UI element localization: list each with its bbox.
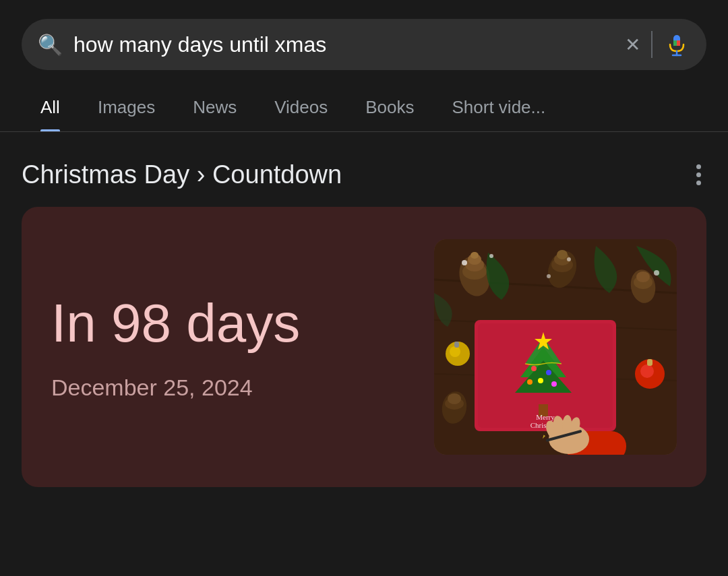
- dot-2: [696, 172, 701, 177]
- svg-point-51: [448, 393, 461, 404]
- svg-point-53: [640, 364, 654, 378]
- search-divider: [651, 31, 653, 58]
- countdown-text: In 98 days December 25, 2024: [51, 294, 434, 401]
- dot-3: [696, 181, 701, 185]
- svg-rect-54: [647, 359, 653, 366]
- svg-point-22: [462, 260, 467, 265]
- more-options-button[interactable]: [691, 159, 706, 191]
- tab-all[interactable]: All: [22, 84, 79, 131]
- search-input[interactable]: [73, 32, 614, 57]
- countdown-card: In 98 days December 25, 2024: [22, 207, 706, 487]
- svg-rect-57: [454, 342, 459, 348]
- tab-short-videos[interactable]: Short vide...: [433, 84, 564, 131]
- svg-point-36: [538, 378, 543, 383]
- mic-icon[interactable]: [663, 31, 690, 58]
- svg-rect-3: [677, 40, 680, 46]
- search-bar: 🔍 ✕: [22, 19, 706, 70]
- tab-news[interactable]: News: [174, 84, 255, 131]
- dot-1: [696, 164, 701, 169]
- tab-videos[interactable]: Videos: [255, 84, 346, 131]
- christmas-image: Merry Christmas: [434, 239, 677, 455]
- svg-text:Merry: Merry: [536, 413, 555, 421]
- svg-point-35: [546, 370, 551, 375]
- svg-point-25: [654, 270, 659, 276]
- svg-rect-2: [673, 40, 677, 46]
- svg-point-24: [567, 257, 571, 261]
- svg-point-34: [531, 366, 537, 371]
- result-breadcrumb[interactable]: Christmas Day › Countdown: [22, 160, 342, 189]
- svg-point-26: [547, 274, 551, 278]
- svg-point-14: [471, 252, 479, 259]
- result-section: Christmas Day › Countdown In 98 days Dec…: [0, 132, 728, 501]
- svg-point-37: [551, 381, 557, 387]
- search-icon: 🔍: [38, 33, 63, 57]
- svg-point-23: [489, 254, 493, 258]
- countdown-date: December 25, 2024: [51, 375, 407, 401]
- result-header: Christmas Day › Countdown: [22, 159, 706, 191]
- svg-point-38: [527, 379, 533, 385]
- tabs-container: All Images News Videos Books Short vide.…: [0, 84, 728, 132]
- tab-books[interactable]: Books: [346, 84, 433, 131]
- search-bar-container: 🔍 ✕: [0, 0, 728, 84]
- svg-point-18: [557, 250, 568, 259]
- countdown-days: In 98 days: [51, 294, 407, 353]
- svg-point-56: [450, 346, 460, 357]
- tab-images[interactable]: Images: [79, 84, 174, 131]
- svg-point-21: [636, 271, 650, 282]
- clear-icon[interactable]: ✕: [625, 34, 640, 56]
